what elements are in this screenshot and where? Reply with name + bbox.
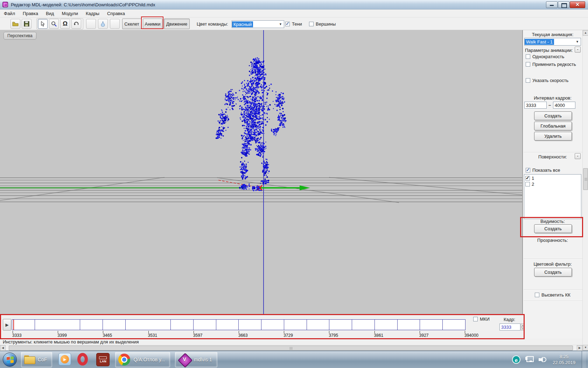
- mode-movement-button[interactable]: Движение: [164, 19, 190, 29]
- visibility-create-button[interactable]: Создать: [534, 224, 572, 233]
- rarity-checkbox[interactable]: [526, 62, 530, 67]
- timeline-tick-label: 3465: [103, 333, 112, 338]
- timeline-track[interactable]: [12, 319, 465, 330]
- current-animation-select[interactable]: Walk Fast - 1 ▼: [524, 38, 581, 46]
- horizontal-scroll-thumb[interactable]: [9, 346, 573, 350]
- current-frame-marker[interactable]: [13, 320, 14, 330]
- menu-help[interactable]: Справка: [103, 10, 129, 17]
- play-button[interactable]: ▶: [3, 319, 11, 330]
- timeline-tick-label: 3333: [12, 333, 22, 338]
- status-bar: Инструменты: кликните мышью по вершинам …: [0, 339, 582, 345]
- color-filter-label: Цветовой фильтр:: [523, 261, 582, 267]
- empty-tool-button-2[interactable]: [110, 19, 120, 29]
- frame-spinner[interactable]: ▲ ▼: [521, 323, 525, 330]
- orbit-tool-button[interactable]: [71, 19, 81, 29]
- select-tool-button[interactable]: [38, 19, 48, 29]
- shadows-checkbox[interactable]: [285, 22, 290, 26]
- menu-file[interactable]: Файл: [0, 10, 19, 17]
- surface-label: 2: [532, 182, 534, 187]
- mdlvis-icon: [178, 353, 191, 366]
- show-all-checkbox[interactable]: [526, 168, 530, 172]
- surface-list-item[interactable]: 1: [525, 175, 580, 181]
- visibility-label: Видимость:: [523, 219, 582, 224]
- timeline-panel: ▶ 33333399346535313597366337293795386139…: [1, 315, 524, 339]
- spinner-up-icon[interactable]: ▲: [521, 323, 525, 327]
- team-color-label: Цвет команды:: [197, 21, 228, 27]
- interval-from-input[interactable]: 3333: [524, 102, 547, 109]
- omega-icon: Ω: [63, 20, 68, 27]
- network-tray-icon[interactable]: [525, 356, 534, 363]
- timeline-tick-label: 3531: [148, 333, 158, 338]
- team-color-select[interactable]: Красный ▼: [232, 20, 284, 28]
- current-animation-label: Текущая анимация:: [523, 32, 582, 37]
- collapse-surfaces-button[interactable]: -: [575, 153, 581, 159]
- status-text: Инструменты: кликните мышью по вершинам …: [3, 339, 139, 345]
- highlight-kk-checkbox[interactable]: [535, 293, 539, 297]
- start-button[interactable]: [3, 353, 17, 367]
- shadows-label: Тени: [292, 21, 302, 27]
- scroll-up-icon[interactable]: ▲: [583, 30, 588, 36]
- mode-skeleton-button[interactable]: Скелет: [122, 19, 141, 29]
- horizontal-scrollbar[interactable]: ◀ ▶: [0, 345, 582, 350]
- frame-label: Кадр:: [504, 317, 515, 322]
- menu-modules[interactable]: Модули: [58, 10, 82, 17]
- chevron-down-icon: ▼: [279, 22, 282, 26]
- spinner-down-icon[interactable]: ▼: [521, 327, 525, 330]
- save-button[interactable]: [22, 19, 31, 29]
- taskbar-item-label: mdlvis 1: [194, 357, 212, 362]
- close-button[interactable]: [570, 1, 585, 8]
- rotate-tool-button[interactable]: Ω: [60, 19, 70, 29]
- menu-edit[interactable]: Правка: [19, 10, 42, 17]
- taskbar: CoF ▶ LAN Q/A:Отлов у... mdlvis 1 e 8:25…: [0, 351, 588, 368]
- taskbar-item-lan[interactable]: LAN: [96, 353, 110, 366]
- scroll-left-icon[interactable]: ◀: [0, 345, 6, 351]
- once-checkbox[interactable]: [526, 54, 530, 59]
- interval-to-input[interactable]: 4000: [553, 102, 575, 109]
- frame-input[interactable]: 3333: [499, 323, 520, 330]
- eset-tray-icon[interactable]: e: [512, 355, 520, 364]
- global-animation-button[interactable]: Глобальная: [534, 122, 572, 130]
- scroll-down-icon[interactable]: ▼: [583, 345, 588, 350]
- surfaces-listbox[interactable]: 12: [524, 174, 581, 219]
- mki-checkbox[interactable]: [473, 317, 478, 321]
- view-mode-chip[interactable]: Перспектива: [4, 32, 36, 40]
- save-diskette-icon: [24, 21, 29, 27]
- empty-tool-button-1[interactable]: [86, 19, 96, 29]
- taskbar-item-cof-folder[interactable]: CoF: [21, 352, 52, 367]
- drop-tool-button[interactable]: [98, 19, 108, 29]
- chevron-down-icon: ▼: [576, 40, 579, 43]
- menu-view[interactable]: Вид: [42, 10, 58, 17]
- app-icon: [2, 2, 8, 7]
- zoom-tool-button[interactable]: [49, 19, 59, 29]
- cursor-icon: [41, 21, 45, 27]
- volume-tray-icon[interactable]: [539, 356, 546, 363]
- taskbar-item-media-player[interactable]: ▶: [58, 353, 72, 366]
- mode-anims-button[interactable]: Анимки: [143, 19, 162, 29]
- viewport-3d[interactable]: Перспектива: [0, 30, 522, 315]
- show-desktop-button[interactable]: [582, 351, 586, 368]
- restore-button[interactable]: [558, 1, 569, 8]
- vertical-scrollbar[interactable]: ▲ ▼: [582, 30, 588, 350]
- timeline-tick-label: 3861: [374, 333, 384, 338]
- delete-animation-button[interactable]: Удалить: [534, 132, 572, 141]
- vertical-scroll-thumb[interactable]: [583, 168, 588, 190]
- surface-checkbox[interactable]: [525, 176, 530, 180]
- surface-checkbox[interactable]: [525, 182, 530, 186]
- color-filter-create-button[interactable]: Создать: [534, 268, 572, 277]
- taskbar-item-chrome[interactable]: Q/A:Отлов у...: [115, 352, 170, 367]
- menu-frames[interactable]: Кадры: [82, 10, 103, 17]
- surfaces-label: Поверхности:: [523, 154, 582, 159]
- media-player-icon: ▶: [58, 353, 71, 366]
- scroll-right-icon[interactable]: ▶: [577, 345, 582, 351]
- taskbar-item-mdlvis[interactable]: mdlvis 1: [175, 352, 217, 367]
- taskbar-clock[interactable]: 8:25 22.05.2019: [553, 354, 575, 366]
- open-file-button[interactable]: [10, 19, 20, 29]
- minimize-button[interactable]: [546, 1, 558, 8]
- vertices-checkbox[interactable]: [309, 22, 314, 26]
- collapse-params-button[interactable]: -: [575, 47, 581, 53]
- surface-list-item[interactable]: 2: [525, 181, 580, 187]
- timeline-tick-label: 3399: [57, 333, 67, 338]
- create-animation-button[interactable]: Создать: [534, 111, 572, 120]
- taskbar-item-opera[interactable]: [77, 353, 91, 366]
- speed-checkbox[interactable]: [526, 78, 530, 83]
